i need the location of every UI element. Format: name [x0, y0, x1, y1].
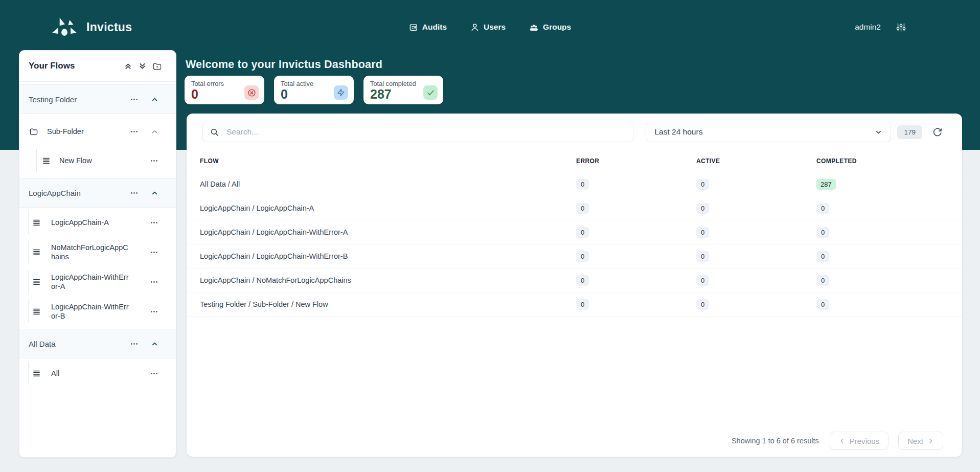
error-count: 0: [576, 251, 589, 262]
pagination-summary: Showing 1 to 6 of 6 results: [732, 437, 819, 445]
expand-all-button[interactable]: [139, 62, 146, 70]
next-page-button[interactable]: Next: [898, 432, 943, 450]
column-header-completed: COMPLETED: [816, 158, 949, 165]
subfolder-collapse-button[interactable]: [150, 127, 159, 137]
double-chevron-down-icon: [139, 62, 146, 70]
time-range-select[interactable]: Last 24 hours: [646, 122, 891, 142]
table-row[interactable]: LogicAppChain / LogicAppChain-WithError-…: [187, 244, 962, 268]
stat-value: 287: [370, 88, 416, 101]
stat-label: Total completed: [370, 80, 416, 87]
indent-guide: [28, 300, 29, 323]
folder-collapse-button[interactable]: [150, 188, 159, 198]
folder-menu-button[interactable]: [129, 188, 140, 198]
flow-menu-button[interactable]: [149, 368, 159, 379]
sidebar-flow-new-flow[interactable]: New Flow: [19, 146, 176, 175]
stat-label: Total errors: [191, 80, 224, 87]
flow-icon: [33, 219, 40, 227]
indent-guide: [28, 271, 29, 293]
ellipsis-icon: [150, 248, 158, 257]
stat-value: 0: [191, 88, 224, 101]
ellipsis-icon: [130, 340, 139, 348]
new-folder-button[interactable]: [153, 62, 162, 70]
completed-count: 0: [816, 227, 829, 238]
collapse-all-button[interactable]: [124, 62, 132, 70]
sidebar-subfolder-sub-folder[interactable]: Sub-Folder: [19, 117, 176, 146]
settings-sliders-button[interactable]: [896, 23, 906, 32]
completed-count: 0: [816, 299, 829, 310]
indent-guide: [36, 149, 37, 172]
table-header: FLOW ERROR ACTIVE COMPLETED: [187, 150, 962, 172]
folder-collapse-button[interactable]: [150, 339, 159, 349]
column-header-flow: FLOW: [200, 158, 576, 165]
flow-name: LogicAppChain / LogicAppChain-A: [200, 204, 576, 212]
sidebar-flow-logicappchain-a[interactable]: LogicAppChain-A: [19, 208, 176, 237]
chevron-up-icon: [151, 189, 158, 197]
sidebar-flow-nomatchforlogicappchains[interactable]: NoMatchForLogicAppChains: [19, 237, 176, 267]
sidebar-folder-testing-folder[interactable]: Testing Folder: [19, 84, 176, 114]
flow-menu-button[interactable]: [149, 306, 159, 317]
nav-item-audits[interactable]: Audits: [409, 23, 447, 32]
nav-item-label: Groups: [543, 23, 571, 32]
flow-menu-button[interactable]: [149, 247, 159, 258]
completed-count: 0: [816, 203, 829, 214]
indent-guide: [28, 211, 29, 234]
table-row[interactable]: LogicAppChain / NoMatchForLogicAppChains…: [187, 268, 962, 293]
folder-menu-button[interactable]: [129, 339, 140, 349]
groups-icon: [529, 23, 538, 32]
column-header-active: ACTIVE: [696, 158, 816, 165]
flow-icon: [33, 278, 40, 286]
refresh-button[interactable]: [931, 126, 943, 138]
nav-item-users[interactable]: Users: [470, 23, 506, 32]
flow-name: LogicAppChain / LogicAppChain-WithError-…: [200, 228, 576, 236]
search-input[interactable]: [225, 127, 626, 137]
error-count: 0: [576, 179, 589, 190]
top-navigation: Audits Users Groups: [409, 23, 571, 32]
active-count: 0: [696, 227, 709, 238]
folder-label: LogicAppChain: [29, 189, 81, 197]
current-user[interactable]: admin2: [855, 23, 881, 32]
flow-menu-button[interactable]: [149, 277, 159, 287]
sidebar-flow-all[interactable]: All: [19, 358, 176, 388]
folder-label: All Data: [29, 340, 56, 348]
flow-label: LogicAppChain-WithError-A: [51, 273, 129, 291]
error-count: 0: [576, 227, 589, 238]
audits-icon: [409, 23, 418, 32]
indent-guide: [28, 241, 29, 263]
table-row[interactable]: Testing Folder / Sub-Folder / New Flow 0…: [187, 293, 962, 317]
table-row[interactable]: All Data / All 0 0 287: [187, 172, 962, 196]
result-count-badge: 179: [897, 125, 922, 139]
error-count: 0: [576, 299, 589, 310]
previous-page-label: Previous: [850, 437, 879, 445]
nav-item-groups[interactable]: Groups: [529, 23, 571, 32]
toolbar: Last 24 hours 179: [187, 114, 962, 142]
brand-name: Invictus: [86, 20, 132, 34]
brand-logo[interactable]: Invictus: [51, 17, 132, 37]
flow-label: All: [51, 369, 59, 378]
active-count: 0: [696, 179, 709, 190]
flow-menu-button[interactable]: [149, 217, 159, 228]
double-chevron-up-icon: [124, 62, 132, 70]
folder-menu-button[interactable]: [129, 94, 140, 105]
sliders-icon: [896, 23, 906, 32]
chevron-down-icon: [875, 128, 882, 136]
flow-label: New Flow: [59, 156, 92, 165]
top-bar: Invictus Audits Users: [0, 0, 980, 54]
sidebar-flow-logicappchain-witherror-b[interactable]: LogicAppChain-WithError-B: [19, 297, 176, 326]
table-row[interactable]: LogicAppChain / LogicAppChain-WithError-…: [187, 220, 962, 244]
stat-label: Total active: [281, 80, 313, 87]
sidebar-flow-logicappchain-witherror-a[interactable]: LogicAppChain-WithError-A: [19, 267, 176, 297]
flow-menu-button[interactable]: [149, 155, 159, 166]
subfolder-menu-button[interactable]: [129, 126, 140, 137]
previous-page-button[interactable]: Previous: [830, 432, 888, 450]
search-icon: [210, 128, 219, 137]
active-bolt-icon: [334, 85, 348, 100]
table-row[interactable]: LogicAppChain / LogicAppChain-A 0 0 0: [187, 196, 962, 220]
flow-label: NoMatchForLogicAppChains: [51, 243, 129, 261]
folder-collapse-button[interactable]: [150, 95, 159, 104]
sidebar-folder-all-data[interactable]: All Data: [19, 329, 176, 358]
page-title: Welcome to your Invictus Dashboard: [186, 58, 382, 71]
flow-icon: [42, 157, 50, 165]
active-count: 0: [696, 203, 709, 214]
stat-card-total-completed: Total completed 287: [363, 76, 443, 104]
sidebar-folder-logicappchain[interactable]: LogicAppChain: [19, 178, 176, 208]
